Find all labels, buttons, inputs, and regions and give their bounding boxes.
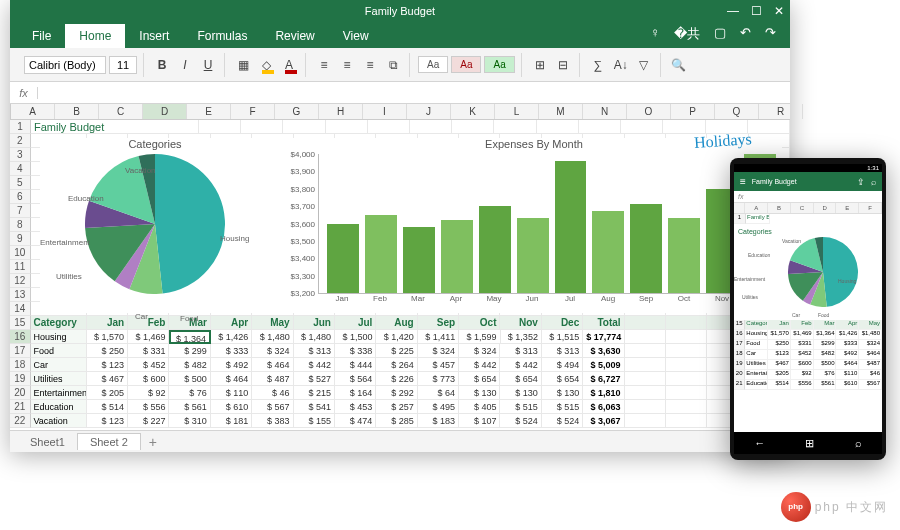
insert-cells-button[interactable]: ⊞ — [530, 55, 550, 75]
cell[interactable]: $ 164 — [335, 386, 376, 400]
cell[interactable]: $ 6,727 — [583, 372, 624, 386]
cell[interactable]: $ 561 — [169, 400, 210, 414]
cell[interactable]: $ 1,480 — [252, 330, 293, 344]
cell[interactable] — [663, 120, 705, 134]
search-icon[interactable]: ⌕ — [871, 177, 876, 187]
cell[interactable]: Dec — [542, 316, 583, 330]
column-header-B[interactable]: B — [55, 104, 99, 119]
cell[interactable]: $ 464 — [252, 358, 293, 372]
cell[interactable]: $ 299 — [169, 344, 210, 358]
delete-cells-button[interactable]: ⊟ — [553, 55, 573, 75]
column-header-L[interactable]: L — [495, 104, 539, 119]
cell[interactable]: $ 313 — [542, 344, 583, 358]
cell[interactable]: $ 514 — [87, 400, 128, 414]
cell[interactable]: $ 541 — [294, 400, 335, 414]
cell[interactable]: $ 324 — [418, 344, 459, 358]
cell[interactable]: $ 338 — [335, 344, 376, 358]
column-header-I[interactable]: I — [363, 104, 407, 119]
cell[interactable] — [666, 386, 707, 400]
cell[interactable] — [666, 372, 707, 386]
tab-home[interactable]: Home — [65, 24, 125, 48]
cell[interactable]: $ 442 — [500, 358, 541, 372]
find-button[interactable]: 🔍 — [669, 55, 689, 75]
cell[interactable]: $ 467 — [87, 372, 128, 386]
cell[interactable]: $ 1,352 — [501, 330, 542, 344]
cell[interactable]: $ 495 — [418, 400, 459, 414]
row-header[interactable]: 11 — [10, 260, 31, 274]
cell[interactable]: $ 285 — [376, 414, 417, 428]
bold-button[interactable]: B — [152, 55, 172, 75]
menu-icon[interactable]: ≡ — [740, 176, 746, 187]
cell[interactable]: $ 482 — [169, 358, 210, 372]
cell[interactable]: $ 205 — [87, 386, 128, 400]
row-header[interactable]: 19 — [10, 372, 31, 386]
cell[interactable]: Food — [31, 344, 87, 358]
column-header-R[interactable]: R — [759, 104, 803, 119]
cell[interactable]: May — [252, 316, 293, 330]
cell[interactable]: $ 313 — [294, 344, 335, 358]
cell[interactable]: $ 564 — [335, 372, 376, 386]
cell[interactable]: $ 6,063 — [583, 400, 624, 414]
cell[interactable] — [666, 330, 707, 344]
phone-formula-bar[interactable]: fx — [734, 191, 882, 203]
column-header-K[interactable]: K — [451, 104, 495, 119]
cell[interactable]: Aug — [376, 316, 417, 330]
cell[interactable]: $ 76 — [169, 386, 210, 400]
cell[interactable]: $ 500 — [169, 372, 210, 386]
row-header[interactable]: 22 — [10, 414, 31, 428]
cell[interactable] — [621, 120, 663, 134]
font-color-button[interactable]: A — [279, 55, 299, 75]
cell[interactable] — [625, 414, 666, 428]
lightbulb-icon[interactable]: ♀ — [650, 25, 660, 43]
cell[interactable] — [625, 386, 666, 400]
cell[interactable]: $ 257 — [376, 400, 417, 414]
filter-button[interactable]: ▽ — [634, 55, 654, 75]
row-header[interactable]: 10 — [10, 246, 31, 260]
share-icon[interactable]: ⇪ — [857, 177, 865, 187]
cell[interactable]: $ 227 — [128, 414, 169, 428]
cell[interactable]: $ 333 — [211, 344, 252, 358]
tab-insert[interactable]: Insert — [125, 24, 183, 48]
align-right-button[interactable]: ≡ — [360, 55, 380, 75]
cell[interactable]: Car — [31, 358, 87, 372]
cell[interactable]: $ 515 — [542, 400, 583, 414]
merge-button[interactable]: ⧉ — [383, 55, 403, 75]
cell[interactable]: $ 3,630 — [583, 344, 624, 358]
cell[interactable]: $ 46 — [252, 386, 293, 400]
search-icon[interactable]: ⌕ — [855, 437, 862, 449]
cell[interactable] — [283, 120, 325, 134]
sort-button[interactable]: A↓ — [611, 55, 631, 75]
row-header[interactable]: 6 — [10, 190, 31, 204]
align-left-button[interactable]: ≡ — [314, 55, 334, 75]
row-header[interactable]: 9 — [10, 232, 31, 246]
cell[interactable]: Jun — [294, 316, 335, 330]
cell[interactable] — [368, 120, 410, 134]
cell[interactable]: Category — [31, 316, 87, 330]
cell[interactable] — [625, 344, 666, 358]
cell[interactable] — [625, 316, 666, 330]
font-name-select[interactable]: Calibri (Body) — [24, 56, 106, 74]
column-header-Q[interactable]: Q — [715, 104, 759, 119]
cell[interactable]: $ 654 — [542, 372, 583, 386]
cell[interactable]: $ 654 — [459, 372, 500, 386]
row-header[interactable]: 4 — [10, 162, 31, 176]
cell[interactable] — [666, 400, 707, 414]
home-icon[interactable]: ⊞ — [805, 437, 814, 450]
underline-button[interactable]: U — [198, 55, 218, 75]
cell[interactable]: Family Budget — [31, 120, 199, 134]
cell[interactable]: Utilities — [31, 372, 87, 386]
sheet-grid[interactable]: Categories HousingFoodCarUtilitiesEntert… — [10, 120, 790, 430]
cell[interactable]: $ 64 — [418, 386, 459, 400]
row-header[interactable]: 18 — [10, 358, 31, 372]
tab-file[interactable]: File — [18, 24, 65, 48]
undo-icon[interactable]: ↶ — [740, 25, 751, 43]
fill-color-button[interactable]: ◇ — [256, 55, 276, 75]
cell[interactable]: $ 110 — [211, 386, 252, 400]
pie-chart[interactable]: Categories HousingFoodCarUtilitiesEntert… — [40, 138, 270, 313]
cell[interactable]: $ 383 — [252, 414, 293, 428]
cell[interactable]: $ 464 — [211, 372, 252, 386]
column-header-P[interactable]: P — [671, 104, 715, 119]
row-header[interactable]: 21 — [10, 400, 31, 414]
cell[interactable]: $ 181 — [211, 414, 252, 428]
cell[interactable]: $ 444 — [335, 358, 376, 372]
